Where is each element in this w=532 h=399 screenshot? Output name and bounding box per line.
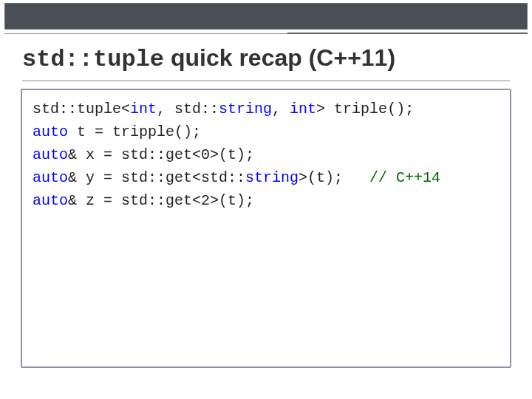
code-line-5: auto& x = std::get<0>(t); [33, 143, 499, 166]
title-underline [22, 81, 510, 81]
code-block: std::tuple<int, std::string, int> triple… [33, 98, 499, 212]
code-line-6: auto& y = std::get<std::string>(t); // C… [33, 166, 499, 189]
code-box: std::tuple<int, std::string, int> triple… [21, 89, 511, 368]
code-line-3: auto t = tripple(); [33, 120, 499, 143]
header-rule-right [287, 33, 528, 34]
header-band [4, 3, 528, 30]
slide: std::tuple quick recap (C++11) std::tupl… [0, 0, 532, 399]
code-line-1: std::tuple<int, std::string, int> triple… [33, 98, 499, 120]
title-mono: std::tuple [22, 46, 164, 73]
slide-title: std::tuple quick recap (C++11) [22, 44, 510, 73]
top-bar [0, 0, 532, 34]
code-line-7: auto& z = std::get<2>(t); [33, 189, 499, 212]
title-rest: quick recap (C++11) [164, 44, 395, 71]
